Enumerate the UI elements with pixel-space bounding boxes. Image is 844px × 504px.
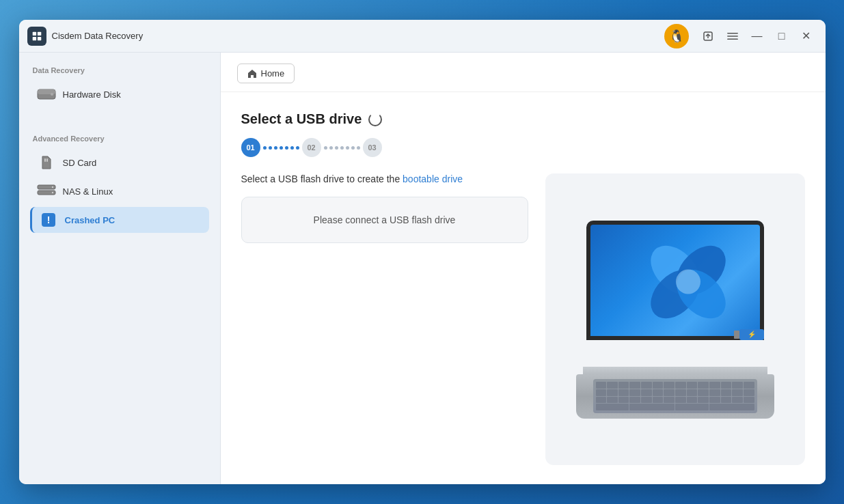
main-content: Data Recovery Hardware Disk Advanced Rec…: [19, 53, 826, 484]
sidebar-item-label: Crashed PC: [65, 215, 115, 225]
svg-rect-6: [727, 33, 738, 34]
svg-rect-8: [727, 38, 738, 40]
left-content: Select a USB flash drive to create the b…: [241, 173, 529, 465]
step-1: 01: [241, 138, 260, 157]
hdd-icon: [37, 87, 56, 102]
step-dots-1: [263, 146, 299, 150]
usb-plug: ⚡: [739, 329, 764, 340]
usb-connect-box[interactable]: Please connect a USB flash drive: [241, 197, 528, 243]
step-2: 02: [302, 138, 321, 157]
laptop-keyboard: [593, 379, 757, 413]
app-icon: [27, 27, 46, 46]
exclaim-icon: !: [39, 212, 58, 227]
sdcard-icon: [37, 155, 56, 170]
laptop-illustration: ⚡: [545, 173, 805, 465]
step-3: 03: [363, 138, 382, 157]
svg-rect-3: [37, 36, 40, 40]
svg-rect-13: [46, 158, 48, 162]
app-window: Cisdem Data Recovery 🐧 —: [19, 20, 826, 484]
svg-point-17: [51, 192, 53, 193]
sidebar: Data Recovery Hardware Disk Advanced Rec…: [19, 53, 221, 484]
svg-point-11: [51, 93, 53, 96]
titlebar: Cisdem Data Recovery 🐧 —: [19, 20, 826, 53]
sidebar-item-hardware-disk[interactable]: Hardware Disk: [30, 81, 209, 107]
sidebar-item-nas-linux[interactable]: NAS & Linux: [30, 178, 209, 204]
laptop-wrap: ⚡: [580, 221, 771, 419]
svg-point-24: [676, 269, 700, 294]
upload-button[interactable]: [697, 25, 719, 47]
sidebar-item-label: NAS & Linux: [63, 186, 113, 197]
sidebar-item-crashed-pc[interactable]: ! Crashed PC: [30, 207, 209, 233]
page-title: Select a USB drive: [241, 111, 805, 127]
laptop-body: [576, 374, 774, 419]
minimize-button[interactable]: —: [746, 25, 768, 47]
home-label: Home: [261, 68, 285, 79]
sidebar-item-label: SD Card: [63, 158, 97, 168]
svg-rect-1: [37, 31, 40, 35]
breadcrumb-bar: Home: [221, 53, 826, 92]
bootable-link: bootable drive: [403, 173, 463, 184]
avatar-button[interactable]: 🐧: [664, 24, 689, 48]
svg-rect-2: [32, 36, 36, 40]
main-panel: Home Select a USB drive 01: [221, 53, 826, 484]
svg-point-16: [51, 186, 53, 188]
maximize-button[interactable]: □: [771, 25, 793, 47]
svg-rect-7: [727, 36, 738, 37]
home-button[interactable]: Home: [237, 64, 295, 83]
section-label-advanced: Advanced Recovery: [30, 135, 209, 143]
description-text: Select a USB flash drive to create the b…: [241, 173, 529, 184]
nas-icon: [37, 184, 56, 199]
svg-rect-0: [32, 31, 36, 35]
close-button[interactable]: ✕: [795, 25, 817, 47]
content-row: Select a USB flash drive to create the b…: [241, 173, 805, 465]
win11-bg: [590, 225, 760, 336]
laptop-screen: [586, 221, 764, 340]
sidebar-item-sd-card[interactable]: SD Card: [30, 150, 209, 176]
window-controls: 🐧 — □ ✕: [664, 24, 817, 48]
svg-rect-12: [44, 158, 46, 162]
screen-wallpaper: [590, 225, 760, 336]
main-body: Select a USB drive 01: [221, 92, 826, 484]
menu-button[interactable]: [722, 25, 744, 47]
sidebar-item-label: Hardware Disk: [63, 89, 121, 100]
step-dots-2: [324, 146, 360, 150]
svg-text:!: !: [46, 214, 50, 225]
section-label-recovery: Data Recovery: [30, 66, 209, 74]
app-title: Cisdem Data Recovery: [52, 31, 664, 41]
usb-placeholder-text: Please connect a USB flash drive: [314, 214, 456, 225]
usb-connector: ⚡: [739, 329, 764, 340]
refresh-icon[interactable]: [368, 113, 382, 126]
step-indicator: 01 02: [241, 138, 805, 157]
usb-symbol: ⚡: [748, 331, 756, 338]
